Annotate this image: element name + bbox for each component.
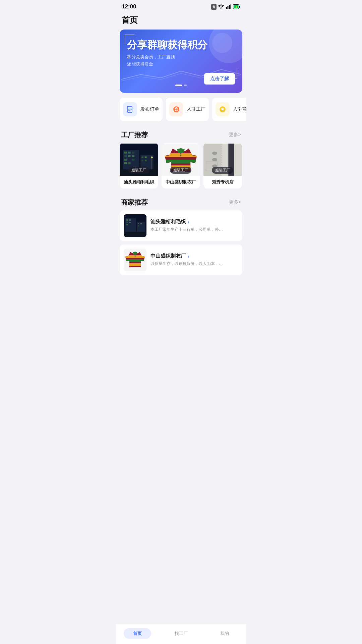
- battery-icon: ⚡: [233, 4, 240, 9]
- dot-active: [175, 85, 182, 86]
- svg-rect-68: [126, 224, 128, 225]
- svg-rect-1: [228, 6, 229, 9]
- factory-section-header: 工厂推荐 更多>: [116, 126, 246, 143]
- merchant-name-row-2: 中山盛织制衣厂 ›: [150, 253, 238, 259]
- svg-rect-64: [126, 219, 128, 221]
- svg-rect-69: [138, 223, 139, 224]
- svg-rect-27: [132, 152, 134, 154]
- factory-badge-2: 服装工厂: [170, 167, 191, 174]
- join-factory-icon: [169, 102, 183, 116]
- svg-rect-31: [124, 159, 127, 161]
- svg-rect-34: [128, 162, 131, 164]
- join-merchant-label: 入驻商家: [233, 106, 246, 112]
- action-join-factory[interactable]: 入驻工厂: [166, 98, 209, 121]
- svg-point-55: [212, 152, 217, 155]
- factory-name-1: 汕头雅栢利毛织: [120, 176, 158, 189]
- factory-name-2: 中山盛织制衣厂: [162, 176, 200, 189]
- merchant-section-header: 商家推荐 更多>: [116, 193, 246, 210]
- factory-name-3: 秀秀专机店: [203, 176, 242, 189]
- banner-deco-circle2: [212, 33, 232, 53]
- svg-point-77: [135, 256, 135, 257]
- status-bar: 12:00 A ⚡: [116, 0, 246, 12]
- status-icons: A ⚡: [211, 4, 240, 10]
- svg-rect-3: [231, 4, 232, 9]
- svg-rect-71: [138, 225, 139, 226]
- svg-rect-30: [132, 155, 134, 157]
- svg-rect-28: [124, 155, 127, 157]
- svg-rect-70: [140, 223, 142, 224]
- merchant-item-2[interactable]: 中山盛织制衣厂 › 以质量生存，以速度服务，以人为本，…: [120, 245, 242, 275]
- wifi-icon: [218, 4, 224, 9]
- quick-actions: 发布订单 入驻工厂 入驻商家: [120, 98, 242, 121]
- factory-card-1[interactable]: 服装工厂 汕头雅栢利毛织: [120, 143, 158, 189]
- svg-rect-5: [239, 6, 240, 8]
- publish-order-icon: [123, 102, 137, 116]
- svg-rect-37: [141, 160, 143, 161]
- factory-grid: 服装工厂 汕头雅栢利毛织: [116, 143, 246, 193]
- factory-img-2: 服装工厂: [162, 143, 200, 176]
- svg-rect-36: [145, 156, 147, 158]
- svg-point-56: [212, 158, 217, 161]
- keyboard-icon: A: [211, 4, 217, 10]
- merchant-more-link[interactable]: 更多>: [229, 199, 241, 205]
- merchant-img-1: [124, 214, 146, 237]
- svg-text:⚡: ⚡: [235, 5, 238, 9]
- svg-rect-67: [129, 222, 131, 223]
- svg-point-42: [151, 156, 153, 158]
- svg-rect-38: [145, 160, 147, 161]
- factory-img-3: 服装工厂: [203, 143, 242, 176]
- svg-point-48: [180, 155, 182, 156]
- svg-point-47: [180, 153, 182, 154]
- svg-rect-35: [141, 156, 143, 158]
- svg-point-19: [223, 111, 224, 111]
- factory-img-1: 服装工厂: [120, 143, 158, 176]
- factory-badge-3: 服装工厂: [212, 167, 233, 174]
- banner-bracket-tl: [124, 34, 141, 51]
- svg-rect-66: [126, 222, 128, 223]
- join-factory-label: 入驻工厂: [187, 106, 205, 112]
- page-title: 首页: [122, 15, 240, 25]
- banner-bracket-br: [221, 63, 238, 79]
- status-time: 12:00: [122, 3, 136, 10]
- signal-icon: [226, 4, 231, 9]
- banner[interactable]: 分享群聊获得积分 积分兑换会员，工厂置顶还能获得赏金 点击了解: [120, 30, 242, 93]
- svg-rect-33: [124, 162, 127, 164]
- svg-point-76: [135, 255, 135, 255]
- svg-rect-0: [226, 7, 227, 9]
- join-merchant-icon: [216, 102, 230, 116]
- merchant-list: 汕头雅栢利毛织 › 本工厂常年生产十三行单，公司单，外…: [116, 210, 246, 306]
- merchant-section-title: 商家推荐: [121, 198, 148, 207]
- page-header: 首页: [116, 12, 246, 30]
- merchant-info-2: 中山盛织制衣厂 › 以质量生存，以速度服务，以人为本，…: [150, 253, 238, 267]
- action-publish-order[interactable]: 发布订单: [120, 98, 163, 121]
- action-join-merchant[interactable]: 入驻商家: [212, 98, 246, 121]
- dot-inactive: [184, 85, 187, 86]
- banner-dots: [127, 85, 235, 86]
- merchant-name-row-1: 汕头雅栢利毛织 ›: [150, 219, 238, 225]
- svg-rect-25: [124, 152, 127, 154]
- merchant-item-1[interactable]: 汕头雅栢利毛织 › 本工厂常年生产十三行单，公司单，外…: [120, 210, 242, 241]
- factory-badge-1: 服装工厂: [128, 167, 149, 174]
- publish-order-label: 发布订单: [140, 106, 159, 112]
- factory-section-title: 工厂推荐: [121, 130, 148, 140]
- factory-more-link[interactable]: 更多>: [229, 132, 241, 138]
- merchant-name-1: 汕头雅栢利毛织: [150, 219, 186, 225]
- svg-rect-2: [229, 5, 230, 9]
- svg-rect-29: [128, 155, 131, 157]
- merchant-desc-1: 本工厂常年生产十三行单，公司单，外…: [150, 226, 238, 232]
- svg-rect-65: [129, 219, 131, 221]
- factory-card-2[interactable]: 服装工厂 中山盛织制衣厂: [162, 143, 200, 189]
- merchant-arrow-1: ›: [188, 219, 189, 225]
- svg-rect-26: [128, 152, 131, 154]
- merchant-name-2: 中山盛织制衣厂: [150, 253, 186, 259]
- merchant-arrow-2: ›: [188, 254, 189, 259]
- svg-rect-32: [132, 159, 134, 161]
- merchant-desc-2: 以质量生存，以速度服务，以人为本，…: [150, 261, 238, 267]
- merchant-info-1: 汕头雅栢利毛织 › 本工厂常年生产十三行单，公司单，外…: [150, 219, 238, 232]
- merchant-img-2: [124, 249, 146, 271]
- factory-card-3[interactable]: 服装工厂 秀秀专机店: [203, 143, 242, 189]
- svg-point-18: [222, 111, 222, 111]
